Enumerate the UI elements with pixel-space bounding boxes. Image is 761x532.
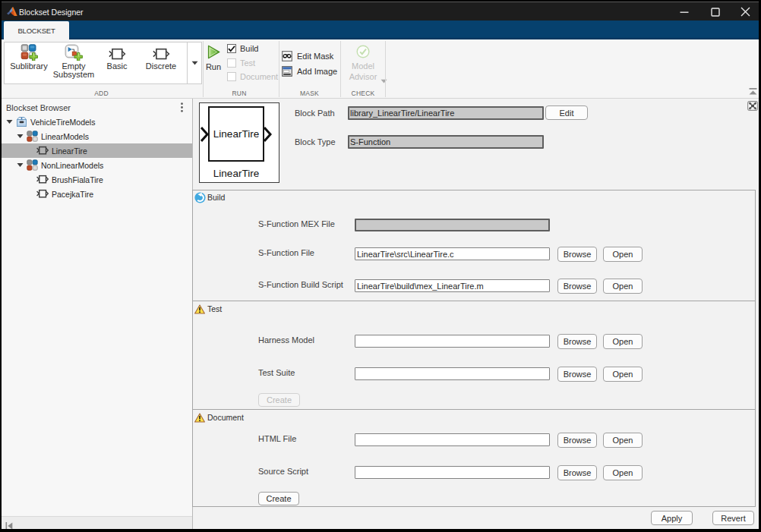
- sfunction-file-open-button[interactable]: Open: [603, 247, 643, 262]
- test-checkbox[interactable]: Test: [227, 58, 255, 68]
- test-section: Test Harness Model Browse Open Test Suit…: [192, 301, 756, 410]
- library-box-icon: [16, 116, 27, 127]
- tabstrip: BLOCKSET: [2, 20, 759, 39]
- test-suite-open-button[interactable]: Open: [603, 367, 643, 382]
- tree-item-pacejkatire[interactable]: PacejkaTire: [2, 187, 192, 201]
- run-button[interactable]: Run: [202, 42, 225, 77]
- apply-button[interactable]: Apply: [651, 511, 693, 525]
- harness-model-field[interactable]: [355, 335, 550, 348]
- expander-down-icon[interactable]: [6, 119, 13, 124]
- blockset-browser-panel: Blockset Browser VehicleTireModels: [2, 99, 192, 516]
- sfunction-build-script-open-button[interactable]: Open: [603, 279, 643, 294]
- collapse-ribbon-icon: [749, 88, 757, 96]
- edit-mask-button[interactable]: Edit Mask: [282, 51, 333, 61]
- undock-panel-button[interactable]: [747, 100, 758, 110]
- document-section: Document HTML File Browse Open Source Sc…: [192, 409, 756, 507]
- build-section-title: Build: [207, 193, 225, 202]
- sfunction-build-script-field[interactable]: LinearTire\build\mex_LinearTire.m: [355, 279, 550, 292]
- source-script-browse-button[interactable]: Browse: [557, 465, 597, 480]
- add-gallery-dropdown-button[interactable]: [187, 42, 202, 84]
- source-script-label: Source Script: [258, 467, 308, 476]
- tree-item-linearmodels[interactable]: LinearModels: [2, 129, 192, 143]
- revert-button[interactable]: Revert: [712, 511, 754, 525]
- expander-down-icon[interactable]: [17, 162, 24, 168]
- tree-item-label: BrushFialaTire: [52, 175, 103, 184]
- tree-item-nonlinearmodels[interactable]: NonLinearModels: [2, 158, 192, 172]
- test-suite-browse-button[interactable]: Browse: [557, 367, 597, 382]
- toolbar-empty-subsystem-button[interactable]: Empty Subsystem: [51, 39, 96, 80]
- document-create-button[interactable]: Create: [258, 492, 299, 505]
- block-type-value: S-Function: [350, 137, 390, 146]
- source-script-field[interactable]: [355, 466, 550, 479]
- browse-text: Browse: [564, 436, 592, 445]
- build-checkbox[interactable]: Build: [227, 44, 258, 53]
- harness-model-open-button[interactable]: Open: [603, 334, 643, 349]
- test-suite-field[interactable]: [355, 367, 550, 380]
- sfunction-mex-file-field: [355, 219, 550, 231]
- window-border-bottom: [0, 529, 761, 532]
- block-type-field: S-Function: [348, 135, 544, 149]
- revert-label-text: Revert: [721, 514, 745, 523]
- html-file-label: HTML File: [258, 434, 296, 443]
- warning-icon: [194, 304, 205, 317]
- tree-item-lineartire[interactable]: LinearTire: [2, 143, 192, 158]
- add-image-button[interactable]: Add Image: [282, 66, 337, 77]
- edit-label-text: Edit: [560, 109, 574, 118]
- minimize-button[interactable]: [668, 2, 699, 21]
- sfunction-build-script-browse-button[interactable]: Browse: [557, 279, 597, 294]
- open-text: Open: [613, 337, 633, 346]
- html-file-browse-button[interactable]: Browse: [557, 433, 597, 448]
- preview-caption: LinearTire: [200, 168, 273, 179]
- tree-item-brushfialatire[interactable]: BrushFialaTire: [2, 172, 192, 187]
- test-checkbox-box: [227, 58, 236, 68]
- sfunction-file-label: S-Function File: [258, 248, 314, 257]
- toolbar-sublibrary-button[interactable]: Sublibrary: [5, 39, 53, 80]
- block-small-icon: [36, 189, 49, 199]
- html-file-open-button[interactable]: Open: [603, 433, 643, 448]
- minimize-icon: [680, 8, 689, 17]
- build-section: Build S-Function MEX File S-Function Fil…: [192, 190, 756, 301]
- sfunction-file-field[interactable]: LinearTire\src\LinearTire.c: [355, 247, 550, 260]
- test-checkbox-label: Test: [240, 58, 255, 68]
- block-type-label: Block Type: [295, 137, 336, 146]
- close-button[interactable]: [730, 2, 761, 21]
- sfunction-file-browse-button[interactable]: Browse: [557, 247, 597, 262]
- collapse-panel-button[interactable]: [5, 519, 14, 527]
- browse-text: Browse: [564, 337, 592, 346]
- expander-down-icon[interactable]: [17, 134, 24, 139]
- toolbar-discrete-button[interactable]: Discrete: [138, 39, 184, 80]
- create-label-text: Create: [267, 395, 292, 405]
- toolbar-basic-button[interactable]: Basic: [99, 39, 134, 80]
- chevron-down-icon: [191, 61, 198, 65]
- block-small-icon: [36, 175, 49, 184]
- toolbar-separator: [279, 41, 279, 97]
- window-border-left: [0, 0, 2, 532]
- toolbar-discrete-label: Discrete: [146, 62, 176, 71]
- open-text: Open: [613, 370, 633, 379]
- document-checkbox[interactable]: Document: [227, 72, 278, 81]
- edit-button[interactable]: Edit: [545, 105, 588, 120]
- browser-panel-title: Blockset Browser: [6, 103, 71, 112]
- tab-blockset-label: BLOCKSET: [17, 27, 55, 35]
- tab-blockset[interactable]: BLOCKSET: [4, 21, 69, 39]
- maximize-button[interactable]: [699, 2, 731, 21]
- collapse-ribbon-button[interactable]: [747, 87, 758, 96]
- tree-item-vehicletiremodels[interactable]: VehicleTireModels: [2, 115, 192, 129]
- document-section-title: Document: [207, 413, 244, 422]
- source-script-open-button[interactable]: Open: [603, 465, 643, 480]
- browse-text: Browse: [564, 370, 592, 379]
- document-checkbox-label: Document: [240, 72, 278, 81]
- window-title: Blockset Designer: [19, 8, 84, 17]
- edit-mask-icon: [282, 51, 292, 61]
- model-advisor-button[interactable]: Model Advisor: [343, 43, 383, 86]
- harness-model-browse-button[interactable]: Browse: [557, 334, 597, 349]
- browser-menu-button[interactable]: [176, 101, 187, 113]
- browse-text: Browse: [564, 468, 592, 477]
- toolbar-empty-subsystem-label: Empty Subsystem: [50, 62, 97, 79]
- sfunction-mex-file-label: S-Function MEX File: [258, 219, 335, 228]
- test-create-button[interactable]: Create: [258, 393, 300, 407]
- app-window: Blockset Designer BLOCKSET Su: [0, 0, 761, 532]
- tree-item-label: VehicleTireModels: [30, 118, 95, 127]
- html-file-field[interactable]: [355, 433, 550, 446]
- sublibrary-icon: [21, 39, 38, 61]
